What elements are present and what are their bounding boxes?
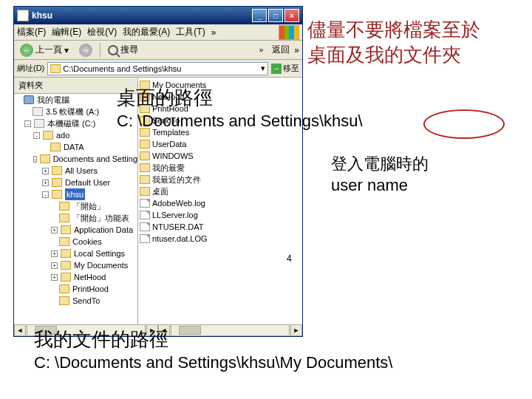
- tree-item[interactable]: +NetHood: [14, 271, 137, 283]
- toolbar: ←上一頁 ▾ → 搜尋 » 返回 »: [14, 41, 302, 60]
- list-item[interactable]: 桌面: [140, 185, 301, 197]
- folder-icon: [52, 166, 62, 175]
- folder-icon: [43, 131, 53, 140]
- tree-item[interactable]: +My Documents: [14, 259, 137, 271]
- tree-item[interactable]: +Local Settings: [14, 248, 137, 259]
- go-button[interactable]: →移至: [271, 63, 299, 74]
- toolbar-more-2[interactable]: »: [294, 45, 299, 55]
- list-item-label: AdobeWeb.log: [152, 197, 205, 209]
- tree-item-label: PrintHood: [72, 283, 109, 295]
- tree-item[interactable]: -Documents and Settings: [14, 153, 137, 165]
- list-item[interactable]: WINDOWS: [140, 150, 301, 162]
- list-item-label: 我的最愛: [152, 162, 185, 174]
- list-item[interactable]: LLServer.log: [140, 209, 301, 221]
- search-icon: [108, 45, 118, 55]
- tree-item[interactable]: PrintHood: [14, 283, 137, 295]
- toolbar-overflow[interactable]: »: [259, 46, 264, 54]
- list-item[interactable]: AdobeWeb.log: [140, 197, 301, 209]
- collapse-icon[interactable]: -: [33, 156, 37, 163]
- address-label: 網址(D): [17, 63, 44, 74]
- minimize-button[interactable]: _: [252, 9, 267, 22]
- window-title: khsu: [32, 10, 249, 21]
- tree-item-label: 3.5 軟碟機 (A:): [46, 106, 99, 117]
- list-item-label: WINDOWS: [152, 150, 194, 162]
- expand-icon[interactable]: +: [51, 250, 58, 257]
- annotation-username: 登入電腦時的 user name: [331, 154, 429, 196]
- folder-icon: [52, 178, 62, 187]
- list-item-label: 我最近的文件: [152, 174, 201, 185]
- address-bar: 網址(D) C:\Documents and Settings\khsu ▾ →…: [14, 60, 302, 78]
- folder-icon: [140, 187, 150, 196]
- forward-button[interactable]: →: [76, 42, 95, 58]
- expand-icon[interactable]: +: [42, 180, 49, 186]
- window-icon: [17, 10, 29, 21]
- back-text-button[interactable]: 返回: [272, 44, 290, 56]
- list-item[interactable]: 我的最愛: [140, 162, 301, 174]
- scroll-left-button[interactable]: ◄: [14, 324, 26, 336]
- list-item[interactable]: NTUSER.DAT: [140, 221, 301, 233]
- address-input[interactable]: C:\Documents and Settings\khsu ▾: [47, 62, 268, 75]
- tree-item-label: Documents and Settings: [53, 153, 138, 165]
- collapse-icon[interactable]: -: [33, 132, 40, 139]
- tree-item-label: 本機磁碟 (C:): [47, 117, 95, 129]
- expand-icon[interactable]: +: [51, 274, 58, 281]
- expand-icon[interactable]: +: [51, 227, 58, 233]
- file-icon: [140, 222, 150, 231]
- menu-view[interactable]: 檢視(V): [87, 26, 117, 38]
- menu-tools[interactable]: 工具(T): [176, 26, 205, 38]
- tree-item[interactable]: -khsu: [14, 188, 137, 200]
- menu-file[interactable]: 檔案(F): [17, 26, 46, 38]
- drive-icon: [34, 119, 44, 128]
- tree-item[interactable]: Cookies: [14, 236, 137, 248]
- tree-item[interactable]: +All Users: [14, 165, 137, 177]
- list-item[interactable]: UserData: [140, 138, 301, 150]
- close-button[interactable]: ×: [284, 9, 299, 22]
- back-button[interactable]: ←上一頁 ▾: [17, 42, 72, 58]
- folder-icon: [59, 296, 69, 305]
- file-icon: [140, 199, 150, 208]
- list-item-label: UserData: [152, 138, 186, 150]
- menu-edit[interactable]: 編輯(E): [52, 26, 81, 38]
- folder-icon: [50, 64, 61, 73]
- tree-item-label: Cookies: [72, 236, 102, 248]
- list-item[interactable]: ntuser.dat.LOG: [140, 233, 301, 245]
- windows-logo-icon: [279, 25, 299, 40]
- title-bar[interactable]: khsu _ □ ×: [14, 7, 302, 24]
- file-icon: [140, 234, 150, 243]
- list-item-label: LLServer.log: [152, 209, 198, 221]
- folder-icon: [140, 151, 150, 160]
- list-item-label: 桌面: [152, 185, 168, 197]
- maximize-button[interactable]: □: [268, 9, 283, 22]
- menu-favorites[interactable]: 我的最愛(A): [123, 26, 170, 38]
- expand-icon[interactable]: +: [51, 262, 58, 269]
- folder-icon: [61, 225, 71, 234]
- tree-item-label: DATA: [64, 141, 84, 153]
- folder-icon: [140, 163, 150, 172]
- tree-item-label: khsu: [65, 188, 85, 200]
- folder-icon: [59, 237, 69, 246]
- collapse-icon[interactable]: -: [42, 191, 49, 198]
- list-item[interactable]: 我最近的文件: [140, 174, 301, 185]
- menu-more[interactable]: »: [211, 27, 216, 38]
- tree-item-label: 我的電腦: [37, 94, 69, 106]
- tree-item[interactable]: 「開始」: [14, 200, 137, 212]
- tree-item-label: Application Data: [74, 224, 133, 236]
- list-item-label: ntuser.dat.LOG: [152, 233, 208, 245]
- search-button[interactable]: 搜尋: [105, 42, 141, 58]
- folder-icon: [61, 249, 71, 258]
- tree-item[interactable]: SendTo: [14, 295, 137, 307]
- tree-item-label: SendTo: [72, 295, 100, 307]
- address-value: C:\Documents and Settings\khsu: [63, 64, 181, 73]
- collapse-icon[interactable]: -: [24, 120, 31, 127]
- tree-item[interactable]: 「開始」功能表: [14, 212, 137, 224]
- folder-icon: [140, 175, 150, 184]
- folder-icon: [52, 190, 62, 199]
- tree-item[interactable]: +Default User: [14, 177, 137, 188]
- tree-item[interactable]: +Application Data: [14, 224, 137, 236]
- tree-item[interactable]: DATA: [14, 141, 137, 153]
- expand-icon[interactable]: +: [42, 168, 49, 174]
- folder-icon: [50, 143, 61, 151]
- tree-item-label: All Users: [65, 165, 98, 177]
- tree-item-label: ado: [56, 129, 69, 141]
- tree-item-label: Default User: [65, 177, 110, 188]
